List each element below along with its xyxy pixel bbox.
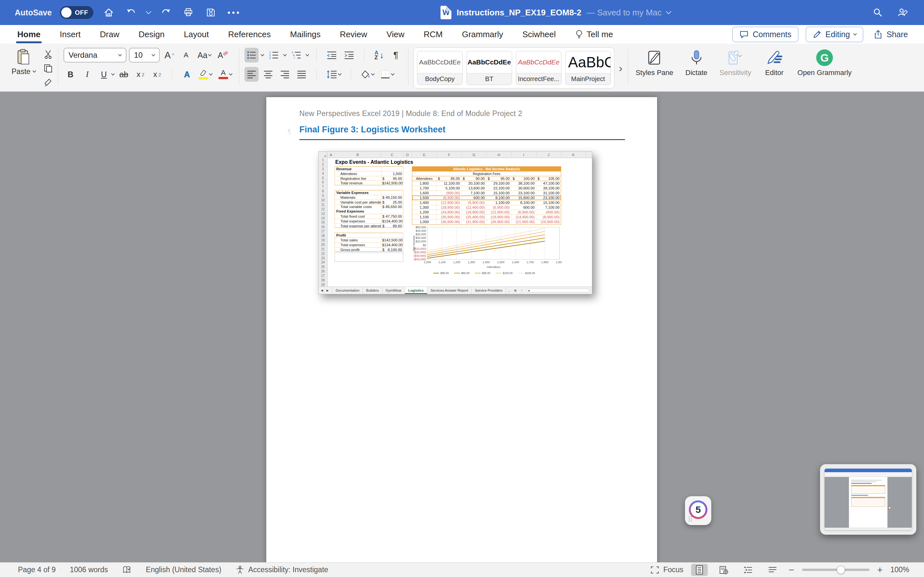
- italic-button[interactable]: I: [80, 67, 94, 82]
- underline-chevron-icon[interactable]: [111, 72, 115, 75]
- numbering-button[interactable]: 123: [266, 48, 281, 63]
- word-count[interactable]: 1006 words: [70, 566, 108, 574]
- bullets-chevron-icon[interactable]: [260, 53, 264, 56]
- focus-button[interactable]: Focus: [650, 566, 683, 574]
- align-center-button[interactable]: [261, 67, 275, 82]
- show-paragraph-marks-button[interactable]: ¶: [389, 48, 403, 63]
- tab-view[interactable]: View: [377, 26, 414, 43]
- style-card-incorrectfee[interactable]: AaBbCcDdEeIncorrectFee...: [516, 51, 561, 85]
- tab-grammarly[interactable]: Grammarly: [452, 26, 513, 43]
- tab-review[interactable]: Review: [330, 26, 376, 43]
- cut-icon[interactable]: [43, 49, 53, 59]
- tab-references[interactable]: References: [218, 26, 280, 43]
- tab-rcm[interactable]: RCM: [414, 26, 452, 43]
- styles-pane-button[interactable]: Styles Pane: [633, 47, 676, 79]
- paste-chevron-icon: [32, 69, 36, 73]
- font-color-button[interactable]: A: [216, 67, 234, 82]
- document-page[interactable]: New Perspectives Excel 2019 | Module 8: …: [266, 97, 657, 565]
- excel-value-cell: 600.00: [511, 205, 536, 210]
- autosave-toggle[interactable]: OFF: [60, 6, 94, 19]
- excel-column-header-H: H: [487, 152, 512, 158]
- embedded-excel-screenshot[interactable]: ABCDEFGHIJK 1234567891011121314151617181…: [318, 151, 592, 294]
- format-painter-icon[interactable]: [43, 77, 53, 87]
- open-grammarly-button[interactable]: G Open Grammarly: [795, 47, 855, 79]
- tab-layout[interactable]: Layout: [174, 26, 218, 43]
- grow-font-button[interactable]: A^: [162, 48, 176, 63]
- draft-view-button[interactable]: [764, 564, 781, 576]
- strikethrough-button[interactable]: ab: [117, 67, 131, 82]
- zoom-slider-knob[interactable]: [837, 566, 845, 574]
- highlight-button[interactable]: [197, 67, 214, 82]
- screenshot-preview-thumbnail[interactable]: [820, 464, 916, 535]
- redo-icon[interactable]: [159, 5, 173, 19]
- shading-button[interactable]: [359, 67, 376, 82]
- text-effects-button[interactable]: A: [180, 67, 194, 82]
- style-sample: AaBbCcDdEe: [516, 51, 561, 73]
- subscript-button[interactable]: x2: [134, 67, 148, 82]
- editing-mode-button[interactable]: Editing: [806, 27, 863, 42]
- font-name-select[interactable]: Verdana: [63, 48, 126, 63]
- sensitivity-button[interactable]: Sensitivity: [717, 47, 754, 79]
- outline-view-button[interactable]: [740, 564, 756, 576]
- tab-tell-me[interactable]: Tell me: [565, 26, 622, 43]
- tab-design[interactable]: Design: [129, 26, 174, 43]
- bold-button[interactable]: B: [63, 67, 78, 82]
- search-icon[interactable]: [871, 5, 885, 19]
- language-indicator[interactable]: English (United States): [146, 566, 221, 574]
- undo-dropdown-chevron-icon[interactable]: [146, 9, 152, 15]
- borders-button[interactable]: [379, 67, 396, 82]
- zoom-in-button[interactable]: +: [877, 564, 883, 575]
- save-icon[interactable]: [204, 5, 218, 19]
- clear-formatting-button[interactable]: A: [216, 48, 230, 63]
- spellcheck-button[interactable]: [122, 566, 132, 574]
- excel-value-cell: 600.00: [461, 195, 486, 200]
- print-layout-view-button[interactable]: [691, 564, 708, 576]
- comments-button[interactable]: Comments: [732, 27, 798, 42]
- decrease-indent-button[interactable]: [325, 48, 339, 63]
- tab-sciwheel[interactable]: Sciwheel: [513, 26, 565, 43]
- accessibility-status[interactable]: Accessibility: Investigate: [236, 566, 328, 574]
- zoom-out-button[interactable]: −: [788, 564, 795, 575]
- print-icon[interactable]: [181, 5, 195, 19]
- share-button[interactable]: Share: [871, 27, 911, 42]
- sort-button[interactable]: AZ ↓: [372, 48, 386, 63]
- more-commands-icon[interactable]: [226, 5, 240, 19]
- style-card-bodycopy[interactable]: AaBbCcDdEeBodyCopy: [417, 51, 463, 85]
- tab-home[interactable]: Home: [8, 26, 50, 43]
- paste-button[interactable]: Paste: [7, 47, 40, 87]
- numbering-chevron-icon[interactable]: [283, 53, 286, 56]
- share-presence-icon[interactable]: [896, 5, 910, 19]
- styles-gallery-more-icon[interactable]: ›: [619, 62, 622, 74]
- zoom-level[interactable]: 100%: [890, 566, 909, 574]
- page-indicator[interactable]: Page 4 of 9: [18, 566, 56, 574]
- multilevel-chevron-icon[interactable]: [305, 53, 309, 56]
- editor-button[interactable]: Editor: [756, 47, 792, 79]
- undo-icon[interactable]: [124, 5, 138, 19]
- tab-draw[interactable]: Draw: [90, 26, 129, 43]
- home-icon[interactable]: [102, 5, 116, 19]
- increase-indent-button[interactable]: [342, 48, 357, 63]
- svg-text:1,800: 1,800: [541, 261, 549, 264]
- copy-icon[interactable]: [43, 63, 53, 73]
- bullets-button[interactable]: [244, 48, 258, 63]
- excel-cell-label: Fixed Expenses: [335, 209, 381, 214]
- change-case-button[interactable]: Aa: [196, 48, 213, 63]
- superscript-button[interactable]: x2: [150, 67, 164, 82]
- shrink-font-button[interactable]: A: [179, 48, 193, 63]
- zoom-slider[interactable]: [802, 569, 869, 571]
- tab-insert[interactable]: Insert: [50, 26, 90, 43]
- align-left-button[interactable]: [244, 67, 258, 82]
- style-card-mainproject[interactable]: AaBbCMainProject: [565, 51, 611, 85]
- screenshot-counter-badge[interactable]: 5: [685, 496, 711, 525]
- line-spacing-button[interactable]: [325, 67, 343, 82]
- font-size-select[interactable]: 10: [129, 48, 160, 63]
- web-layout-view-button[interactable]: [716, 564, 732, 576]
- justify-button[interactable]: [294, 67, 309, 82]
- align-right-button[interactable]: [278, 67, 292, 82]
- tab-mailings[interactable]: Mailings: [280, 26, 330, 43]
- dictate-button[interactable]: Dictate: [678, 47, 714, 79]
- style-card-bt[interactable]: AaBbCcDdEeBT: [467, 51, 512, 85]
- underline-button[interactable]: U: [97, 67, 111, 82]
- multilevel-list-button[interactable]: 1ai: [289, 48, 304, 63]
- title-dropdown-chevron-icon[interactable]: [666, 9, 672, 15]
